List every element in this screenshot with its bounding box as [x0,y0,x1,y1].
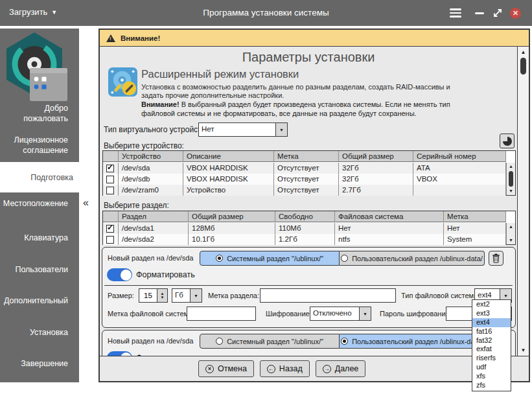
sidebar-item-users[interactable]: Пользователи [0,264,74,275]
device-list-label: Выберите устройство: [104,141,184,150]
header-cell: Файловая система [335,211,444,222]
fs-option[interactable]: xfs [472,372,511,381]
size-label: Размер: [108,292,134,299]
device-checkbox[interactable] [106,187,114,194]
section-heading: Расширенный режим установки [141,68,299,80]
partition-role-segmented: Системный раздел "/ublinux/" Пользовател… [200,251,485,266]
user-partition-option[interactable]: Пользовательский раздел /ublinux-data/ [340,251,485,266]
cell-fs: ntfs [335,234,444,245]
disk-usage-button[interactable] [500,133,515,148]
titlebar: Загрузить ▼ Программа установки системы … [0,0,532,26]
fs-option[interactable]: fat16 [472,327,511,336]
sidebar-collapse-button[interactable]: « [83,197,89,209]
size-unit-combobox[interactable]: Гб [172,288,202,303]
partition-table-scrollbar[interactable]: ▲ ▼ [506,223,515,244]
header-cell: Общий размер [339,151,413,162]
cell-free: 110Мб [275,223,335,234]
back-arrow-icon: ← [267,365,275,373]
sidebar-item-license[interactable]: Лицензионное соглашение [0,135,74,156]
format-toggle[interactable] [107,351,132,356]
encryption-dropdown-button[interactable] [359,307,371,320]
maximize-icon[interactable] [492,8,503,18]
cell-size: 32Гб [339,174,413,185]
user-partition-option-label: Пользовательский раздел /ublinux-data/ [352,255,483,262]
fs-option[interactable]: ext2 [472,300,511,309]
header-cell: Раздел [119,211,189,222]
size-spinner[interactable]: ▲▼ [157,288,168,303]
back-button-label: Назад [279,364,303,373]
delete-partition-button[interactable] [489,251,503,266]
format-toggle[interactable] [107,268,132,281]
radio-icon [216,255,223,262]
device-checkbox[interactable] [106,165,114,172]
sidebar-item-additional[interactable]: Дополнительный [0,296,74,306]
user-partition-option[interactable]: Пользовательский раздел /ublinux-data/ [340,334,485,349]
partition-label-input[interactable] [260,288,396,303]
partition-checkbox[interactable] [106,225,114,233]
fs-label-input[interactable] [187,307,256,321]
radio-icon [341,338,348,345]
cell-description: VBOX HARDDISK [183,163,274,174]
header-cell: Устройство [119,151,183,162]
partition-checkbox[interactable] [106,236,114,244]
installer-window: Загрузить ▼ Программа установки системы … [0,0,532,394]
virtual-device-combobox[interactable]: Нет [198,122,288,137]
device-checkbox[interactable] [106,176,114,183]
partition-editor-2: Новый раздел на /dev/sda Системный разде… [102,330,516,356]
scrollbar-thumb[interactable] [509,171,513,187]
sidebar-item-preparation[interactable]: Подготовка [0,162,82,192]
encryption-password-label: Пароль шифрования [380,310,450,318]
sidebar-item-location[interactable]: Местоположение [0,198,74,209]
warning-banner: Внимание! [100,30,529,47]
sidebar-item-finish[interactable]: Завершение [0,358,74,369]
cell-serial [413,185,506,196]
fs-option[interactable]: ext3 [472,309,511,318]
cell-label: Отсутствует [274,174,339,185]
system-partition-option-label: Системный раздел "/ublinux/" [227,255,323,262]
minimize-button[interactable] [475,12,484,14]
scrollbar-thumb[interactable] [520,58,526,75]
scroll-down-icon[interactable]: ▼ [507,237,515,244]
partition-label-label: Метка раздела: [208,292,259,299]
fs-option-selected[interactable]: ext4 [472,318,511,327]
user-partition-option-label: Пользовательский раздел /ublinux-data/ [352,338,483,345]
section-warning-bold: Внимание! [141,100,179,108]
back-button[interactable]: ← Назад [260,360,310,377]
hamburger-menu-icon[interactable] [450,8,461,17]
cancel-button[interactable]: × Отмена [198,360,254,377]
system-partition-option[interactable]: Системный раздел "/ublinux/" [200,334,340,349]
next-button[interactable]: → Далее [316,360,366,377]
encryption-label: Шифрование: [266,310,312,318]
device-table-scrollbar[interactable]: ▲ ▼ [506,163,515,195]
sidebar-item-welcome[interactable]: Добро пожаловать [0,103,74,124]
fs-option[interactable]: exfat [472,345,511,354]
scroll-up-icon[interactable]: ▲ [518,48,529,56]
scroll-down-icon[interactable]: ▼ [507,188,515,194]
partition-editor-1: Новый раздел на /dev/sda Системный разде… [102,247,516,328]
size-unit-dropdown-button[interactable] [190,289,202,302]
system-partition-option[interactable]: Системный раздел "/ublinux/" [200,251,340,266]
sidebar-item-install[interactable]: Установка [0,327,74,338]
warning-icon [106,34,115,42]
fs-option[interactable]: zfs [472,381,511,390]
radio-icon [216,338,223,345]
header-cell: Серийный номер [413,151,506,162]
partition-table: Раздел Общий размер Свободно Файловая си… [102,211,516,245]
main-scrollbar[interactable]: ▲ ▼ [517,47,529,356]
cell-size: 10.1Гб [189,234,275,245]
scroll-up-icon[interactable]: ▲ [507,163,515,170]
size-input[interactable] [139,288,157,303]
cell-device: /dev/zram0 [119,185,183,196]
sidebar-item-keyboard[interactable]: Клавиатура [0,233,74,243]
scroll-down-icon[interactable]: ▼ [518,346,529,354]
format-label: Форматировать [136,270,195,279]
close-button[interactable]: ✕ [510,8,521,19]
header-cell: Метка [274,151,339,162]
fs-option[interactable]: udf [472,363,511,372]
encryption-combobox[interactable]: Отключено [310,307,371,321]
fs-option[interactable]: riserfs [472,354,511,363]
cell-size: 32Гб [339,163,413,174]
scroll-up-icon[interactable]: ▲ [507,224,515,230]
virtual-device-dropdown-button[interactable] [275,123,287,136]
fs-option[interactable]: fat32 [472,336,511,345]
